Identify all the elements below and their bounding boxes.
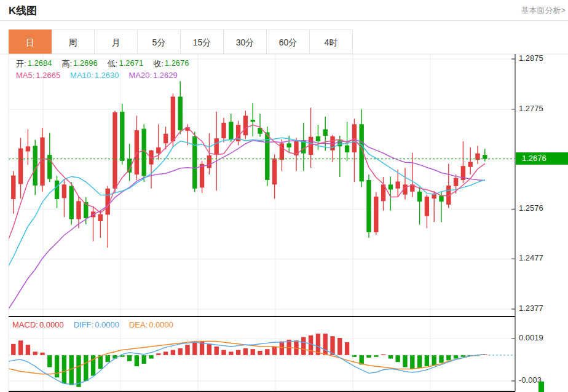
- readout-item: 开:1.2684: [16, 58, 52, 69]
- macd-axis-label: 0.0019: [519, 333, 543, 342]
- macd-readout: MACD:0.0000DIFF:0.0000DEA:0.0000: [12, 320, 173, 329]
- readout-item: MACD:0.0000: [12, 320, 64, 329]
- readout-item: DIFF:0.0000: [74, 320, 119, 329]
- readout-item: MA5:1.2665: [16, 71, 60, 80]
- readout-item: 收:1.2676: [153, 58, 189, 69]
- ma-readout: MA5:1.2665MA10:1.2630MA20:1.2629: [16, 71, 178, 80]
- readout-item: MA10:1.2630: [70, 71, 119, 80]
- ohlc-readout: 开:1.2684高:1.2696低:1.2671收:1.2676: [16, 58, 189, 69]
- macd-value-badge: [538, 382, 544, 392]
- readout-item: DEA:0.0000: [129, 320, 173, 329]
- readout-item: 低:1.2671: [108, 58, 143, 69]
- readout-item: MA20:1.2629: [128, 71, 177, 80]
- current-price-badge: 1.2676: [516, 152, 568, 165]
- price-axis-label: 1.2576: [519, 203, 543, 213]
- price-axis-label: 1.2377: [519, 304, 543, 313]
- price-axis-label: 1.2477: [519, 253, 543, 262]
- price-axis-label: 1.2775: [519, 104, 543, 113]
- readout-item: 高:1.2696: [61, 58, 97, 69]
- price-axis-label: 1.2875: [519, 53, 543, 63]
